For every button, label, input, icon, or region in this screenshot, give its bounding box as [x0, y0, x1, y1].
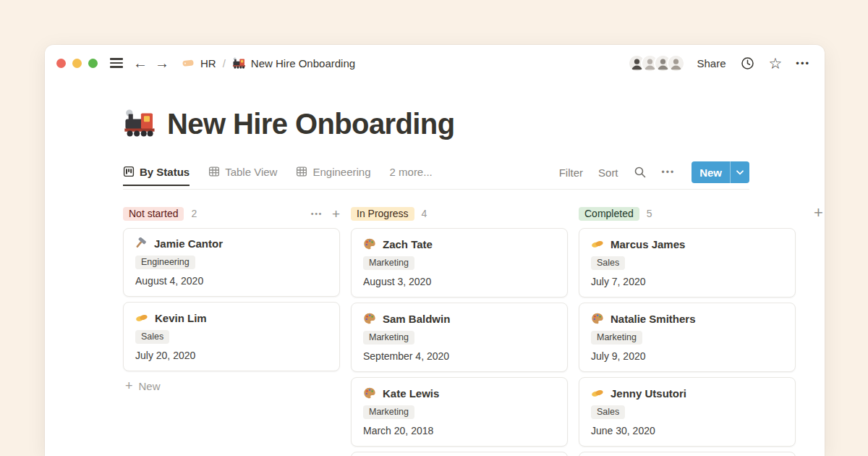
- card-date: July 7, 2020: [591, 276, 783, 287]
- kanban-card[interactable]: Jamie CantorEngineeringAugust 4, 2020: [123, 228, 340, 297]
- card-name: Kate Lewis: [383, 387, 439, 400]
- card-title-row: Zach Tate: [363, 237, 556, 250]
- breadcrumb-page[interactable]: New Hire Onboarding: [251, 57, 355, 69]
- column-add-card-icon[interactable]: +: [332, 207, 340, 221]
- kanban-card[interactable]: Kate LewisMarketingMarch 20, 2018: [351, 377, 568, 447]
- column-status-badge[interactable]: Completed: [579, 207, 639, 221]
- tag-emoji-icon: [181, 56, 195, 70]
- collaborator-avatars: [628, 54, 685, 72]
- column-count: 4: [422, 208, 427, 219]
- more-options-icon[interactable]: •••: [796, 58, 810, 69]
- back-arrow-icon[interactable]: ←: [133, 56, 148, 70]
- column-header: Not started2•••+: [123, 205, 340, 222]
- minimize-window-button[interactable]: [72, 59, 82, 68]
- card-tag-badge: Marketing: [591, 331, 642, 345]
- handshake-emoji-icon: [591, 387, 604, 400]
- breadcrumb-separator: /: [223, 57, 226, 69]
- add-group-button[interactable]: +: [814, 205, 823, 221]
- updates-clock-icon[interactable]: [740, 56, 755, 71]
- board-column: Not started2•••+Jamie CantorEngineeringA…: [123, 205, 340, 456]
- card-date: July 20, 2020: [135, 350, 328, 361]
- card-date: August 3, 2020: [363, 276, 556, 287]
- handshake-emoji-icon: [591, 237, 604, 250]
- card-date: August 4, 2020: [135, 275, 328, 287]
- card-title-row: Jamie Cantor: [135, 237, 328, 250]
- card-title-row: Natalie Smithers: [591, 312, 783, 325]
- tab-by-status[interactable]: By Status: [123, 166, 190, 186]
- palette-emoji-icon: [363, 237, 376, 250]
- view-controls: Filter Sort ••• New: [559, 161, 749, 189]
- kanban-card[interactable]: Shawn Hunt: [351, 452, 568, 456]
- card-tag-badge: Sales: [591, 256, 625, 270]
- kanban-card[interactable]: Kevin LimSalesJuly 20, 2020: [123, 302, 340, 371]
- column-status-badge[interactable]: Not started: [123, 207, 184, 221]
- sort-button[interactable]: Sort: [598, 166, 618, 179]
- new-card-label: New: [139, 380, 161, 392]
- share-button[interactable]: Share: [697, 57, 726, 69]
- page-title[interactable]: New Hire Onboarding: [167, 108, 455, 140]
- card-name: Kevin Lim: [155, 312, 207, 324]
- card-tag-badge: Sales: [135, 330, 169, 344]
- locomotive-emoji-icon: [123, 107, 156, 140]
- titlebar: ← → HR / New Hire Onboarding Share: [45, 45, 825, 77]
- view-more-options-icon[interactable]: •••: [662, 167, 676, 177]
- new-button[interactable]: New: [692, 161, 749, 183]
- new-button-label: New: [692, 166, 730, 179]
- column-cards: Jamie CantorEngineeringAugust 4, 2020Kev…: [123, 228, 340, 371]
- tab-more-views[interactable]: 2 more...: [390, 166, 433, 185]
- kanban-card[interactable]: Sam BaldwinMarketingSeptember 4, 2020: [351, 303, 568, 372]
- card-tag-badge: Marketing: [363, 256, 414, 270]
- breadcrumb-workspace[interactable]: HR: [200, 57, 216, 69]
- table-icon: [296, 166, 307, 177]
- forward-arrow-icon[interactable]: →: [155, 56, 169, 70]
- board-column: Completed5Marcus JamesSalesJuly 7, 2020N…: [579, 205, 796, 456]
- search-icon[interactable]: [634, 166, 647, 179]
- kanban-card[interactable]: Marcus JamesSalesJuly 7, 2020: [579, 228, 796, 297]
- kanban-card[interactable]: Matt M: [579, 452, 796, 456]
- card-date: July 9, 2020: [591, 350, 783, 362]
- palette-emoji-icon: [363, 387, 376, 400]
- board-column: In Progress4Zach TateMarketingAugust 3, …: [351, 205, 568, 456]
- collaborator-avatar[interactable]: [667, 54, 685, 72]
- breadcrumb: HR / New Hire Onboarding: [181, 56, 355, 70]
- board-icon: [123, 166, 135, 177]
- filter-button[interactable]: Filter: [559, 166, 583, 179]
- zoom-window-button[interactable]: [88, 59, 98, 68]
- column-new-card-button[interactable]: +New: [123, 379, 340, 392]
- palette-emoji-icon: [591, 312, 604, 325]
- titlebar-actions: Share ☆ •••: [628, 54, 810, 72]
- tab-table-view[interactable]: Table View: [208, 166, 277, 185]
- page-title-row: New Hire Onboarding: [123, 107, 825, 140]
- column-count: 5: [647, 208, 652, 219]
- column-header: In Progress4: [351, 205, 568, 222]
- card-name: Jamie Cantor: [154, 237, 223, 250]
- column-actions: •••+: [311, 207, 340, 221]
- sidebar-menu-icon[interactable]: [110, 58, 123, 67]
- card-tag-badge: Marketing: [363, 405, 414, 419]
- card-date: March 20, 2018: [363, 425, 556, 436]
- card-name: Marcus James: [610, 238, 685, 250]
- kanban-card[interactable]: Natalie SmithersMarketingJuly 9, 2020: [579, 303, 796, 372]
- card-name: Sam Baldwin: [383, 313, 450, 325]
- card-date: June 30, 2020: [591, 425, 783, 436]
- kanban-card[interactable]: Jenny UtsutoriSalesJune 30, 2020: [579, 377, 796, 447]
- card-tag-badge: Engineering: [135, 256, 195, 269]
- close-window-button[interactable]: [56, 59, 66, 68]
- table-icon: [208, 166, 220, 177]
- chevron-down-icon[interactable]: [730, 161, 749, 183]
- column-menu-icon[interactable]: •••: [311, 209, 323, 218]
- tab-engineering[interactable]: Engineering: [296, 166, 370, 185]
- view-tabs: By Status Table View Engineering 2 more.…: [123, 166, 433, 185]
- column-status-badge[interactable]: In Progress: [351, 207, 414, 221]
- card-name: Jenny Utsutori: [610, 387, 686, 400]
- page-content: New Hire Onboarding By Status Table View…: [45, 107, 825, 190]
- palette-emoji-icon: [363, 312, 376, 325]
- card-date: September 4, 2020: [363, 350, 556, 362]
- column-cards: Zach TateMarketingAugust 3, 2020Sam Bald…: [351, 228, 568, 456]
- view-bar: By Status Table View Engineering 2 more.…: [123, 161, 749, 190]
- favorite-star-icon[interactable]: ☆: [769, 56, 783, 71]
- card-title-row: Kevin Lim: [135, 311, 328, 324]
- card-title-row: Marcus James: [591, 237, 783, 250]
- hammer-emoji-icon: [135, 237, 148, 250]
- kanban-card[interactable]: Zach TateMarketingAugust 3, 2020: [351, 228, 568, 297]
